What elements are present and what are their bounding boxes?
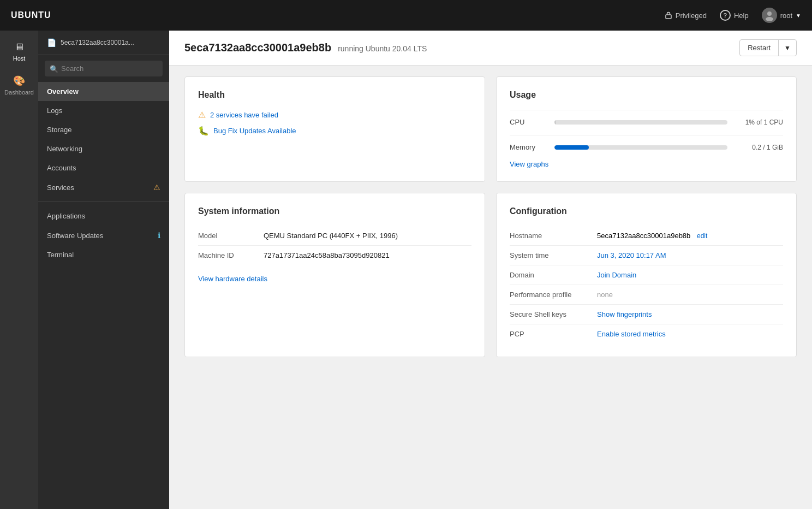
secure-shell-value: Show fingerprints (597, 305, 783, 324)
table-row: Secure Shell keys Show fingerprints (510, 305, 783, 324)
main-layout: 🖥 Host 🎨 Dashboard 📄 5eca7132aa8cc30001a… (0, 31, 812, 509)
nav-item-storage[interactable]: Storage (38, 120, 169, 139)
nav-item-software-updates[interactable]: Software Updates ℹ (38, 226, 169, 245)
view-graphs-link[interactable]: View graphs (510, 160, 783, 168)
nav-divider (38, 202, 169, 202)
help-button[interactable]: ? Help (720, 10, 749, 21)
nav-host-header: 📄 5eca7132aa8cc30001a... (38, 31, 169, 55)
health-bug-icon: 🐛 (198, 126, 209, 136)
table-row: System time Jun 3, 2020 10:17 AM (510, 246, 783, 265)
topbar: UBUNTU Privileged ? Help root ▼ (0, 0, 812, 31)
health-warning-link[interactable]: 2 services have failed (210, 111, 278, 119)
host-icon: 🖥 (14, 42, 24, 53)
cpu-label: CPU (510, 118, 548, 126)
config-table: Hostname 5eca7132aa8cc30001a9eb8b edit S… (510, 226, 783, 344)
nav-item-accounts[interactable]: Accounts (38, 158, 169, 177)
table-row: Machine ID 727a17371aa24c58a8ba73095d920… (198, 246, 471, 265)
content-body: Health ⚠ 2 services have failed 🐛 Bug Fi… (169, 66, 812, 368)
system-time-link[interactable]: Jun 3, 2020 10:17 AM (597, 251, 666, 259)
nav-item-terminal[interactable]: Terminal (38, 245, 169, 264)
enable-stored-metrics-link[interactable]: Enable stored metrics (597, 330, 666, 338)
svg-point-2 (766, 17, 773, 21)
health-bug-link[interactable]: Bug Fix Updates Available (213, 127, 296, 135)
search-box: 🔍 (45, 61, 163, 76)
show-fingerprints-link[interactable]: Show fingerprints (597, 310, 652, 318)
usage-card: Usage CPU 1% of 1 CPU Memory 0.2 / 1 GiB (496, 76, 797, 182)
search-icon: 🔍 (50, 64, 58, 73)
nav-item-storage-label: Storage (47, 126, 72, 134)
nav-item-logs[interactable]: Logs (38, 101, 169, 120)
model-label: Model (198, 226, 264, 246)
memory-progress-fill (554, 145, 589, 150)
user-name: root (780, 11, 792, 20)
usage-title: Usage (510, 90, 783, 100)
memory-progress-bar (554, 145, 727, 150)
machine-id-label: Machine ID (198, 246, 264, 265)
system-info-card: System information Model QEMU Standard P… (184, 193, 485, 357)
cpu-progress-bar (554, 120, 727, 125)
help-label: Help (734, 11, 749, 20)
user-menu[interactable]: root ▼ (762, 8, 801, 23)
health-warning-icon: ⚠ (198, 110, 206, 120)
memory-value: 0.2 / 1 GiB (734, 144, 783, 151)
sidebar-item-host[interactable]: 🖥 Host (0, 36, 38, 67)
pcp-value: Enable stored metrics (597, 324, 783, 344)
nav-item-networking[interactable]: Networking (38, 139, 169, 158)
table-row: Hostname 5eca7132aa8cc30001a9eb8b edit (510, 226, 783, 246)
updates-badge: ℹ (158, 231, 160, 240)
content-hostname: 5eca7132aa8cc30001a9eb8b (184, 42, 331, 54)
model-value: QEMU Standard PC (i440FX + PIIX, 1996) (264, 226, 471, 246)
services-badge: ⚠ (153, 183, 160, 192)
health-warning-item: ⚠ 2 services have failed (198, 110, 471, 120)
dashboard-label: Dashboard (4, 89, 34, 96)
pcp-label: PCP (510, 324, 597, 344)
cpu-progress-fill (554, 120, 556, 125)
nav-item-terminal-label: Terminal (47, 251, 74, 259)
system-info-title: System information (198, 206, 471, 216)
content-title: 5eca7132aa8cc30001a9eb8b running Ubuntu … (184, 42, 427, 54)
performance-profile-label: Performance profile (510, 285, 597, 305)
icon-sidebar: 🖥 Host 🎨 Dashboard (0, 31, 38, 509)
svg-rect-0 (666, 15, 671, 19)
privileged-label: Privileged (676, 11, 707, 20)
privileged-button[interactable]: Privileged (665, 11, 707, 20)
configuration-card: Configuration Hostname 5eca7132aa8cc3000… (496, 193, 797, 357)
restart-button-label: Restart (740, 40, 779, 56)
content-subtitle: running Ubuntu 20.04 LTS (338, 44, 427, 53)
health-title: Health (198, 90, 471, 100)
usage-divider-memory (510, 135, 783, 135)
domain-label: Domain (510, 265, 597, 285)
search-input[interactable] (45, 61, 163, 76)
host-label: Host (13, 55, 26, 62)
nav-item-logs-label: Logs (47, 106, 62, 115)
join-domain-link[interactable]: Join Domain (597, 271, 636, 279)
hostname-edit-link[interactable]: edit (697, 232, 707, 240)
nav-item-overview-label: Overview (47, 87, 79, 96)
nav-sidebar: 📄 5eca7132aa8cc30001a... 🔍 Overview Logs… (38, 31, 169, 509)
secure-shell-label: Secure Shell keys (510, 305, 597, 324)
sidebar-item-dashboard[interactable]: 🎨 Dashboard (0, 69, 38, 101)
nav-item-applications[interactable]: Applications (38, 206, 169, 226)
view-hardware-link[interactable]: View hardware details (198, 275, 471, 283)
help-icon: ? (720, 10, 731, 21)
usage-divider-cpu (510, 110, 783, 110)
table-row: Domain Join Domain (510, 265, 783, 285)
hostname-label: Hostname (510, 226, 597, 246)
dashboard-icon: 🎨 (13, 75, 25, 87)
table-row: PCP Enable stored metrics (510, 324, 783, 344)
nav-host-name: 5eca7132aa8cc30001a... (61, 39, 134, 46)
hostname-value: 5eca7132aa8cc30001a9eb8b edit (597, 226, 783, 246)
cpu-usage-row: CPU 1% of 1 CPU (510, 118, 783, 126)
nav-item-services[interactable]: Services ⚠ (38, 177, 169, 197)
memory-usage-row: Memory 0.2 / 1 GiB (510, 143, 783, 151)
performance-profile-value: none (597, 285, 783, 305)
restart-button[interactable]: Restart ▼ (739, 39, 797, 56)
nav-item-overview[interactable]: Overview (38, 82, 169, 101)
health-card: Health ⚠ 2 services have failed 🐛 Bug Fi… (184, 76, 485, 182)
table-row: Performance profile none (510, 285, 783, 305)
restart-button-arrow-icon: ▼ (779, 40, 796, 56)
cpu-value: 1% of 1 CPU (734, 119, 783, 126)
app-title: UBUNTU (11, 10, 665, 20)
system-time-value: Jun 3, 2020 10:17 AM (597, 246, 783, 265)
user-chevron-icon: ▼ (796, 13, 801, 19)
